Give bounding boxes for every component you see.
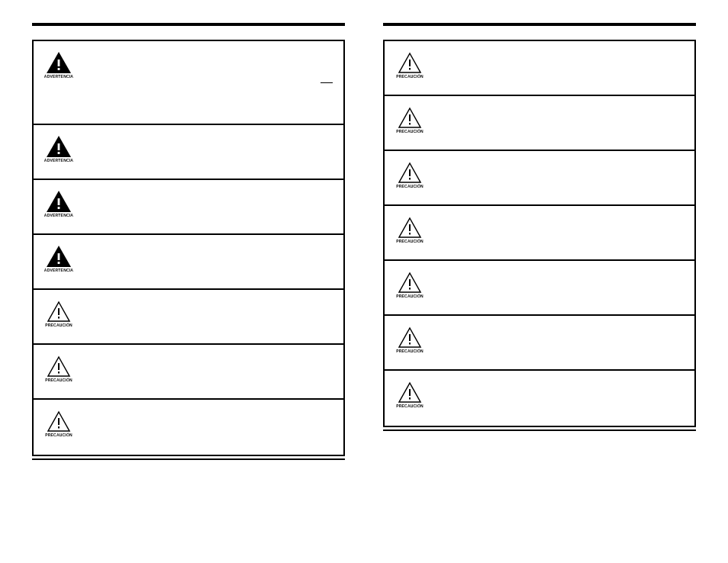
caution-row: PRECAUCIÓN xyxy=(385,206,694,261)
svg-rect-37 xyxy=(409,334,411,341)
icon-caption: PRECAUCIÓN xyxy=(396,404,424,408)
svg-rect-31 xyxy=(409,224,411,231)
svg-rect-4 xyxy=(58,143,60,150)
precaucion-icon: PRECAUCIÓN xyxy=(44,301,73,327)
svg-rect-17 xyxy=(58,372,60,374)
svg-rect-14 xyxy=(58,317,60,319)
svg-rect-34 xyxy=(409,279,411,286)
icon-caption: ADVERTENCIA xyxy=(44,74,73,79)
precaucion-icon: PRECAUCIÓN xyxy=(395,162,424,188)
icon-caption: PRECAUCIÓN xyxy=(396,129,424,134)
advertencia-icon: ADVERTENCIA xyxy=(44,246,73,272)
svg-rect-16 xyxy=(58,363,60,370)
svg-rect-29 xyxy=(409,178,411,180)
caution-row: PRECAUCIÓN xyxy=(34,290,343,345)
precaucion-icon: PRECAUCIÓN xyxy=(395,381,424,408)
precaucion-icon: PRECAUCIÓN xyxy=(395,272,424,298)
caution-row: PRECAUCIÓN xyxy=(385,371,694,426)
caution-row: PRECAUCIÓN xyxy=(34,400,343,455)
svg-rect-25 xyxy=(409,114,411,121)
svg-rect-41 xyxy=(409,397,411,400)
icon-caption: PRECAUCIÓN xyxy=(45,378,72,382)
advertencia-icon: ADVERTENCIA xyxy=(44,52,73,79)
caution-row: PRECAUCIÓN xyxy=(385,261,694,316)
icon-caption: ADVERTENCIA xyxy=(44,268,73,272)
right-column: PRECAUCIÓN PRECAUCIÓN PRECAUCIÓN xyxy=(383,23,696,431)
svg-rect-13 xyxy=(58,308,60,315)
bottom-rule xyxy=(32,458,345,460)
icon-caption: PRECAUCIÓN xyxy=(396,184,424,188)
svg-rect-38 xyxy=(409,343,411,345)
precaucion-icon: PRECAUCIÓN xyxy=(44,410,73,437)
icon-caption: PRECAUCIÓN xyxy=(45,433,72,437)
warning-row: ADVERTENCIA xyxy=(34,41,343,125)
svg-rect-20 xyxy=(58,426,60,429)
left-column: ADVERTENCIA ADVERTENCIA xyxy=(32,23,345,460)
svg-rect-8 xyxy=(58,207,60,209)
svg-rect-19 xyxy=(58,418,60,425)
caution-row: PRECAUCIÓN xyxy=(34,345,343,400)
icon-caption: PRECAUCIÓN xyxy=(45,323,72,327)
caution-row: PRECAUCIÓN xyxy=(385,96,694,151)
icon-caption: PRECAUCIÓN xyxy=(396,349,424,353)
svg-rect-10 xyxy=(58,253,60,260)
precaucion-icon: PRECAUCIÓN xyxy=(395,107,424,134)
precaucion-icon: PRECAUCIÓN xyxy=(395,52,424,79)
icon-caption: ADVERTENCIA xyxy=(44,158,73,162)
caution-row: PRECAUCIÓN xyxy=(385,316,694,371)
warning-row: ADVERTENCIA xyxy=(34,125,343,180)
advertencia-icon: ADVERTENCIA xyxy=(44,191,73,217)
fraction-mark xyxy=(321,82,333,83)
precaucion-icon: PRECAUCIÓN xyxy=(44,355,73,382)
top-rule xyxy=(383,23,696,26)
icon-caption: PRECAUCIÓN xyxy=(396,239,424,243)
svg-rect-1 xyxy=(58,60,60,66)
svg-rect-28 xyxy=(409,169,411,176)
svg-rect-23 xyxy=(409,68,411,70)
advertencia-icon: ADVERTENCIA xyxy=(44,136,73,162)
svg-rect-35 xyxy=(409,288,411,290)
warning-table-left: ADVERTENCIA ADVERTENCIA xyxy=(32,40,345,456)
svg-rect-5 xyxy=(58,152,60,154)
top-rule xyxy=(32,23,345,26)
warning-table-right: PRECAUCIÓN PRECAUCIÓN PRECAUCIÓN xyxy=(383,40,696,427)
bottom-rule xyxy=(383,429,696,431)
warning-row: ADVERTENCIA xyxy=(34,235,343,290)
svg-rect-40 xyxy=(409,389,411,396)
precaucion-icon: PRECAUCIÓN xyxy=(395,327,424,353)
caution-row: PRECAUCIÓN xyxy=(385,41,694,96)
icon-caption: PRECAUCIÓN xyxy=(396,74,424,79)
svg-rect-7 xyxy=(58,198,60,205)
svg-rect-26 xyxy=(409,123,411,125)
icon-caption: ADVERTENCIA xyxy=(44,213,73,217)
icon-caption: PRECAUCIÓN xyxy=(396,294,424,298)
svg-rect-32 xyxy=(409,233,411,235)
svg-rect-22 xyxy=(409,60,411,66)
caution-row: PRECAUCIÓN xyxy=(385,151,694,206)
warning-row: ADVERTENCIA xyxy=(34,180,343,235)
svg-rect-11 xyxy=(58,262,60,264)
svg-rect-2 xyxy=(58,68,60,70)
precaucion-icon: PRECAUCIÓN xyxy=(395,217,424,243)
